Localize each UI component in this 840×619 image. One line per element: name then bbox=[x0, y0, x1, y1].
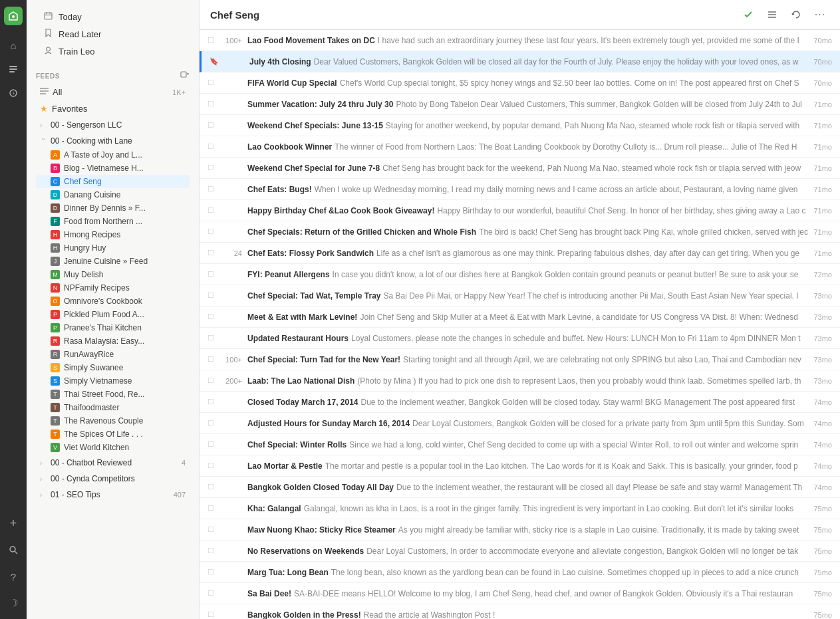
feed-item-simply-vietnamese[interactable]: S Simply Vietnamese bbox=[36, 374, 190, 388]
view-options-button[interactable] bbox=[763, 5, 781, 24]
more-options-button[interactable]: ··· bbox=[811, 5, 829, 24]
article-row[interactable]: ☐ Marg Tua: Long Bean The long bean, als… bbox=[200, 562, 840, 583]
feed-item-danang[interactable]: D Danang Cuisine bbox=[36, 188, 190, 201]
bookmark-icon[interactable]: ☐ bbox=[208, 164, 218, 172]
article-row[interactable]: ☐ Bangkok Golden in the Press! Read the … bbox=[200, 604, 840, 619]
feed-item-ravenous-couple[interactable]: T The Ravenous Couple bbox=[36, 414, 190, 428]
article-row[interactable]: ☐ Meet & Eat with Mark Levine! Join Chef… bbox=[200, 307, 840, 328]
feed-item-simply-suwanee[interactable]: S Simply Suwanee bbox=[36, 361, 190, 374]
group-cynda-header[interactable]: › 00 - Cynda Competitors bbox=[36, 471, 190, 486]
feed-item-omnivore[interactable]: O Omnivore's Cookbook bbox=[36, 295, 190, 308]
article-row[interactable]: ☐ Sa Bai Dee! SA-BAI-DEE means HELLO! We… bbox=[200, 583, 840, 604]
feed-item-jenuine[interactable]: J Jenuine Cuisine » Feed bbox=[36, 255, 190, 268]
article-row[interactable]: ☐ Maw Nuong Khao: Sticky Rice Steamer As… bbox=[200, 519, 840, 541]
feed-item-npfamily[interactable]: N NPFamily Recipes bbox=[36, 281, 190, 295]
bookmark-icon[interactable]: ☐ bbox=[208, 312, 218, 321]
group-seo-tips-header[interactable]: › 01 - SEO Tips 407 bbox=[36, 487, 190, 502]
bookmark-icon[interactable]: ☐ bbox=[208, 440, 218, 449]
feeds-icon[interactable] bbox=[3, 59, 24, 80]
group-chatbot-header[interactable]: › 00 - Chatbot Reviewed 4 bbox=[36, 455, 190, 470]
article-row[interactable]: ☐ 200+ Laab: The Lao National Dish (Phot… bbox=[200, 370, 840, 392]
bookmark-icon[interactable]: ☐ bbox=[208, 36, 218, 45]
group-cooking-lane-header[interactable]: › 00 - Cooking with Lane bbox=[36, 134, 190, 148]
feed-item-viet-world[interactable]: V Viet World Kitchen bbox=[36, 441, 190, 454]
bookmark-icon[interactable]: ☐ bbox=[208, 589, 218, 598]
feed-item-thaifoodmaster[interactable]: T Thaifoodmaster bbox=[36, 401, 190, 414]
mark-read-button[interactable] bbox=[739, 5, 758, 24]
feed-item-dinner-dennis[interactable]: D Dinner By Dennis » F... bbox=[36, 201, 190, 215]
bookmark-icon[interactable]: ☐ bbox=[208, 291, 218, 300]
article-row[interactable]: ☐ 100+ Chef Special: Turn Tad for the Ne… bbox=[200, 349, 840, 370]
feed-item-muy-delish[interactable]: M Muy Delish bbox=[36, 268, 190, 281]
article-row[interactable]: ☐ Chef Specials: Return of the Grilled C… bbox=[200, 221, 840, 243]
feed-item-pickled-plum[interactable]: P Pickled Plum Food A... bbox=[36, 308, 190, 321]
feed-item-rasa-malaysia[interactable]: R Rasa Malaysia: Easy... bbox=[36, 334, 190, 348]
bookmark-icon[interactable]: ☐ bbox=[208, 185, 218, 193]
bookmark-icon[interactable]: ☐ bbox=[208, 376, 218, 385]
bookmark-icon[interactable]: ☐ bbox=[208, 461, 218, 470]
article-row[interactable]: ☐ Summer Vacation: July 24 thru July 30 … bbox=[200, 94, 840, 115]
bookmark-icon[interactable]: ☐ bbox=[208, 419, 218, 428]
feed-item-hungry-huy[interactable]: H Hungry Huy bbox=[36, 241, 190, 255]
nav-train-leo[interactable]: Train Leo bbox=[36, 43, 190, 60]
article-row[interactable]: ☐ FIFA World Cup Special Chef's World Cu… bbox=[200, 72, 840, 94]
bookmark-icon[interactable]: ☐ bbox=[208, 100, 218, 108]
article-row[interactable]: ☐ Lao Mortar & Pestle The mortar and pes… bbox=[200, 455, 840, 477]
add-icon[interactable]: + bbox=[3, 513, 24, 534]
bookmark-icon[interactable]: ☐ bbox=[208, 142, 218, 151]
bookmark-icon[interactable]: ☐ bbox=[208, 483, 218, 491]
bookmark-icon[interactable]: 🔖 bbox=[210, 57, 220, 66]
nav-read-later[interactable]: Read Later bbox=[36, 25, 190, 43]
article-row[interactable]: ☐ Happy Birthday Chef &Lao Cook Book Giv… bbox=[200, 200, 840, 221]
refresh-button[interactable] bbox=[787, 5, 805, 24]
search-icon[interactable] bbox=[3, 539, 24, 560]
home-icon[interactable]: ⌂ bbox=[3, 35, 24, 56]
bookmark-icon[interactable]: ☐ bbox=[208, 568, 218, 576]
bookmark-icon[interactable]: ☐ bbox=[208, 121, 218, 130]
article-row[interactable]: 🔖 July 4th Closing Dear Valued Customers… bbox=[200, 51, 840, 72]
feed-item-hmong[interactable]: H Hmong Recipes bbox=[36, 228, 190, 241]
feed-item-taste-joy[interactable]: A A Taste of Joy and L... bbox=[36, 148, 190, 162]
feed-favorites[interactable]: ★ Favorites bbox=[36, 101, 190, 116]
feed-item-runaway-rice[interactable]: R RunAwayRice bbox=[36, 348, 190, 361]
app-logo[interactable] bbox=[4, 7, 23, 25]
bookmark-icon[interactable]: ☐ bbox=[208, 270, 218, 279]
bookmark-icon[interactable]: ☐ bbox=[208, 525, 218, 534]
article-row[interactable]: ☐ 100+ Lao Food Movement Takes on DC I h… bbox=[200, 30, 840, 51]
bookmark-icon[interactable]: ☐ bbox=[208, 398, 218, 406]
article-row[interactable]: ☐ Lao Cookbook Winner The winner of Food… bbox=[200, 136, 840, 158]
feed-item-chef-seng[interactable]: C Chef Seng bbox=[36, 175, 190, 188]
bookmark-icon[interactable]: ☐ bbox=[208, 334, 218, 342]
article-row[interactable]: ☐ Chef Special: Tad Wat, Temple Tray Sa … bbox=[200, 285, 840, 307]
article-row[interactable]: ☐ Chef Eats: Bugs! When I woke up Wednes… bbox=[200, 179, 840, 200]
bookmark-icon[interactable]: ☐ bbox=[208, 547, 218, 555]
feed-item-pranee[interactable]: P Pranee's Thai Kitchen bbox=[36, 321, 190, 334]
bookmark-icon[interactable]: ☐ bbox=[208, 78, 218, 87]
article-row[interactable]: ☐ No Reservations on Weekends Dear Loyal… bbox=[200, 541, 840, 562]
feed-item-spices-of-life[interactable]: T The Spices Of Life . . . bbox=[36, 428, 190, 441]
bookmark-icon[interactable]: ☐ bbox=[208, 504, 218, 513]
bookmark-icon[interactable]: ☐ bbox=[208, 227, 218, 236]
feed-item-thai-street[interactable]: T Thai Street Food, Re... bbox=[36, 388, 190, 401]
bookmark-icon[interactable]: ☐ bbox=[208, 206, 218, 215]
help-icon[interactable]: ? bbox=[3, 566, 24, 587]
article-row[interactable]: ☐ Updated Restaurant Hours Loyal Custome… bbox=[200, 328, 840, 349]
article-row[interactable]: ☐ Adjusted Hours for Sunday March 16, 20… bbox=[200, 413, 840, 434]
add-feed-button[interactable] bbox=[180, 70, 190, 82]
discover-icon[interactable] bbox=[3, 82, 24, 104]
bookmark-icon[interactable]: ☐ bbox=[208, 610, 218, 619]
feed-all[interactable]: All 1K+ bbox=[36, 84, 190, 100]
article-row[interactable]: ☐ 24 Chef Eats: Flossy Pork Sandwich Lif… bbox=[200, 243, 840, 264]
dark-mode-icon[interactable]: ☽ bbox=[3, 592, 24, 614]
group-sengerson-header[interactable]: › 00 - Sengerson LLC bbox=[36, 118, 190, 132]
article-row[interactable]: ☐ Weekend Chef Special for June 7-8 Chef… bbox=[200, 158, 840, 179]
feed-item-food-northern[interactable]: F Food from Northern ... bbox=[36, 215, 190, 228]
article-row[interactable]: ☐ Kha: Galangal Galangal, known as kha i… bbox=[200, 498, 840, 519]
bookmark-icon[interactable]: ☐ bbox=[208, 249, 218, 257]
feed-item-blog-vietnamese[interactable]: B Blog - Vietnamese H... bbox=[36, 162, 190, 175]
bookmark-icon[interactable]: ☐ bbox=[208, 355, 218, 364]
article-row[interactable]: ☐ Weekend Chef Specials: June 13-15 Stay… bbox=[200, 115, 840, 136]
article-row[interactable]: ☐ Closed Today March 17, 2014 Due to the… bbox=[200, 392, 840, 413]
article-row[interactable]: ☐ Bangkok Golden Closed Today All Day Du… bbox=[200, 477, 840, 498]
nav-today[interactable]: Today bbox=[36, 8, 190, 25]
